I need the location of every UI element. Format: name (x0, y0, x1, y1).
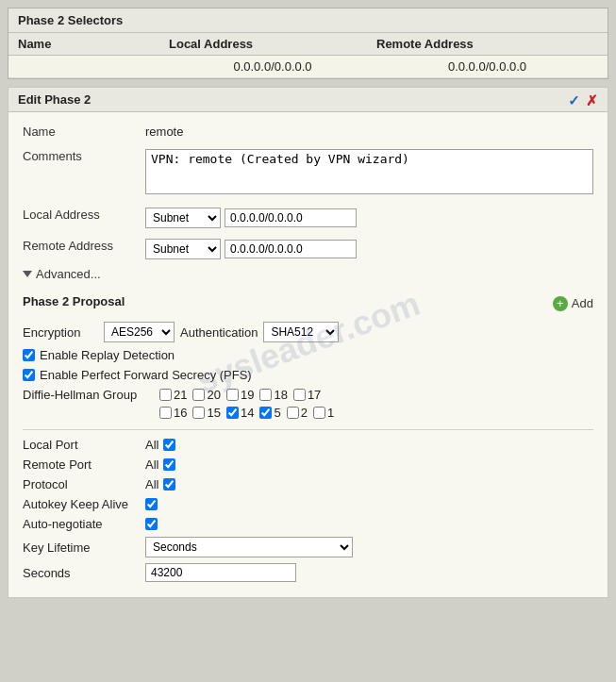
encryption-label: Encryption (23, 325, 98, 340)
authentication-select[interactable]: SHA512 SHA256 SHA1 MD5 (263, 322, 339, 342)
advanced-label: Advanced... (36, 267, 101, 281)
remote-port-row: Remote Port All (23, 457, 593, 472)
name-label: Name (23, 122, 145, 139)
phase2-proposal-section: Phase 2 Proposal + Add Encryption AES256… (23, 291, 593, 420)
seconds-row: Seconds (23, 563, 593, 582)
dh-1-checkbox[interactable] (313, 407, 325, 419)
auto-negotiate-row: Auto-negotiate (23, 517, 593, 531)
dh-2-label: 2 (301, 406, 308, 420)
add-label: Add (572, 296, 593, 310)
add-circle-icon: + (553, 296, 568, 311)
col-remote: Remote Address (376, 37, 598, 51)
pfs-row: Enable Perfect Forward Secrecy (PFS) (23, 368, 593, 382)
row-local-address: 0.0.0.0/0.0.0.0 (169, 59, 376, 74)
comments-row: Comments VPN: remote (Created by VPN wiz… (23, 146, 593, 197)
replay-detection-label: Enable Replay Detection (40, 348, 175, 362)
local-address-row: Local Address Subnet Range IP (23, 205, 593, 228)
dh-19-label: 19 (241, 388, 254, 402)
dh-group-17: 17 (293, 388, 321, 402)
dh-group-21: 21 (159, 388, 187, 402)
cancel-button[interactable]: ✗ (586, 92, 598, 109)
local-address-input[interactable] (225, 208, 357, 227)
remote-port-value: All (145, 457, 175, 472)
dh-row-2: 16 15 14 5 (23, 406, 593, 420)
comments-textarea[interactable]: VPN: remote (Created by VPN wizard) (145, 149, 593, 194)
dh-2-checkbox[interactable] (287, 407, 299, 419)
ports-section: Local Port All Remote Port All Protocol … (23, 429, 593, 491)
dh-group-section: Diffie-Hellman Group 21 20 19 (23, 388, 593, 420)
dh-15-checkbox[interactable] (192, 407, 205, 419)
name-value: remote (145, 122, 593, 139)
phase2-selectors-title: Phase 2 Selectors (8, 8, 608, 33)
col-name: Name (18, 37, 169, 51)
row-remote-address: 0.0.0.0/0.0.0.0 (376, 59, 598, 74)
protocol-value: All (145, 477, 175, 491)
edit-body: sysleader.com Name remote Comments VPN: … (8, 112, 608, 597)
dh-20-checkbox[interactable] (192, 389, 205, 401)
remote-port-label: Remote Port (23, 457, 145, 472)
local-address-type-select[interactable]: Subnet Range IP (145, 208, 221, 228)
dh-groups-row1: 21 20 19 18 (159, 388, 321, 402)
phase2-selectors-panel: Phase 2 Selectors Name Local Address Rem… (8, 8, 608, 79)
proposal-header: Phase 2 Proposal + Add (23, 291, 593, 316)
pfs-label: Enable Perfect Forward Secrecy (PFS) (40, 368, 252, 382)
key-lifetime-label: Key Lifetime (23, 541, 145, 555)
add-button[interactable]: + Add (553, 296, 593, 311)
dh-group-18: 18 (259, 388, 287, 402)
autokey-checkbox[interactable] (145, 498, 158, 510)
dh-17-checkbox[interactable] (293, 389, 306, 401)
dh-group-20: 20 (192, 388, 220, 402)
local-port-label: Local Port (23, 438, 145, 452)
table-row[interactable]: 0.0.0.0/0.0.0.0 0.0.0.0/0.0.0.0 (8, 56, 608, 78)
dh-5-checkbox[interactable] (259, 407, 272, 419)
chevron-down-icon (23, 271, 32, 277)
edit-actions: ✓ ✗ (568, 92, 598, 109)
pfs-checkbox[interactable] (23, 369, 35, 381)
proposal-title: Phase 2 Proposal (23, 294, 125, 308)
key-lifetime-select[interactable]: Seconds Minutes Hours Days Kilobytes (145, 537, 353, 557)
replay-detection-row: Enable Replay Detection (23, 348, 593, 362)
selectors-table-header: Name Local Address Remote Address (8, 33, 608, 56)
dh-18-checkbox[interactable] (259, 389, 272, 401)
dh-group-16: 16 (159, 406, 187, 420)
remote-address-row: Remote Address Subnet Range IP (23, 236, 593, 259)
local-port-checkbox[interactable] (163, 439, 175, 451)
replay-detection-checkbox[interactable] (23, 349, 35, 361)
dh-14-checkbox[interactable] (226, 407, 239, 419)
protocol-text: All (145, 477, 158, 491)
dh-19-checkbox[interactable] (226, 389, 239, 401)
dh-group-2: 2 (287, 406, 308, 420)
row-name (18, 59, 169, 74)
protocol-checkbox[interactable] (163, 478, 175, 491)
dh-18-label: 18 (274, 388, 287, 402)
dh-21-label: 21 (174, 388, 187, 402)
dh-16-checkbox[interactable] (159, 407, 172, 419)
auto-negotiate-label: Auto-negotiate (23, 517, 145, 531)
local-port-text: All (145, 438, 158, 452)
encryption-select[interactable]: AES256 AES192 AES128 3DES DES (104, 322, 175, 342)
remote-port-text: All (145, 457, 158, 472)
seconds-label: Seconds (23, 566, 145, 580)
col-local: Local Address (169, 37, 376, 51)
remote-address-input[interactable] (225, 240, 357, 258)
dh-group-14: 14 (226, 406, 254, 420)
autokey-row: Autokey Keep Alive (23, 497, 593, 511)
auto-negotiate-checkbox[interactable] (145, 518, 158, 530)
comments-value: VPN: remote (Created by VPN wizard) (145, 146, 593, 197)
dh-groups-row2: 16 15 14 5 (159, 406, 334, 420)
local-address-label: Local Address (23, 205, 145, 222)
advanced-toggle[interactable]: Advanced... (23, 267, 593, 281)
remote-port-checkbox[interactable] (163, 458, 175, 471)
dh-1-label: 1 (327, 406, 334, 420)
dh-21-checkbox[interactable] (159, 389, 172, 401)
name-row: Name remote (23, 122, 593, 139)
remote-address-label: Remote Address (23, 236, 145, 253)
dh-20-label: 20 (207, 388, 220, 402)
protocol-label: Protocol (23, 477, 145, 491)
seconds-input[interactable] (145, 563, 296, 582)
key-lifetime-row: Key Lifetime Seconds Minutes Hours Days … (23, 537, 593, 557)
dh-group-15: 15 (192, 406, 220, 420)
remote-address-type-select[interactable]: Subnet Range IP (145, 239, 221, 259)
confirm-button[interactable]: ✓ (568, 92, 580, 109)
edit-phase2-panel: Edit Phase 2 ✓ ✗ sysleader.com Name remo… (8, 87, 608, 598)
